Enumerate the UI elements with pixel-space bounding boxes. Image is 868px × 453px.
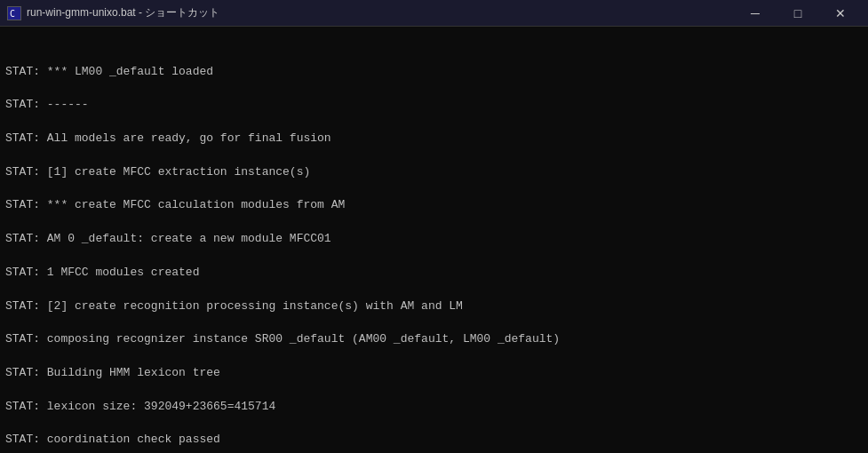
console-line: STAT: [1] create MFCC extraction instanc… [5, 164, 863, 181]
title-bar-controls: ─ □ ✕ [735, 0, 861, 27]
console-line: STAT: composing recognizer instance SR00… [5, 331, 863, 348]
console-line: STAT: lexicon size: 392049+23665=415714 [5, 399, 863, 416]
console-line: STAT: ------ [5, 97, 863, 114]
svg-text:C: C [10, 9, 15, 19]
title-bar-text: run-win-gmm-unixo.bat - ショートカット [27, 5, 219, 20]
console-line: STAT: *** create MFCC calculation module… [5, 197, 863, 214]
window: C run-win-gmm-unixo.bat - ショートカット ─ □ ✕ … [0, 0, 868, 453]
console-line: STAT: AM 0 _default: create a new module… [5, 231, 863, 248]
console-line: STAT: All models are ready, go for final… [5, 131, 863, 147]
title-bar: C run-win-gmm-unixo.bat - ショートカット ─ □ ✕ [0, 0, 868, 27]
cmd-icon: C [7, 6, 21, 20]
close-button[interactable]: ✕ [820, 0, 861, 27]
console-line: STAT: coordination check passed [5, 432, 863, 449]
console-line: STAT: Building HMM lexicon tree [5, 365, 863, 382]
console-line: STAT: [2] create recognition processing … [5, 298, 863, 315]
console-area: STAT: *** LM00 _default loaded STAT: ---… [0, 27, 868, 453]
console-line: STAT: 1 MFCC modules created [5, 265, 863, 282]
console-line: STAT: *** LM00 _default loaded [5, 64, 863, 81]
maximize-button[interactable]: □ [777, 0, 818, 27]
minimize-button[interactable]: ─ [735, 0, 776, 27]
title-bar-left: C run-win-gmm-unixo.bat - ショートカット [7, 5, 219, 20]
